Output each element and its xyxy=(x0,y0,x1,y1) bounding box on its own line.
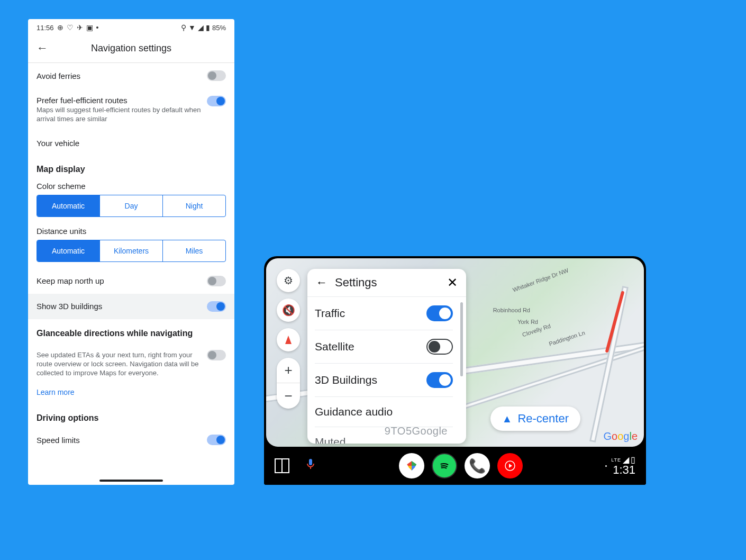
watermark-text: 9TO5Google xyxy=(385,425,448,437)
learn-more-link[interactable]: Learn more xyxy=(28,385,234,404)
glanceable-header: Glanceable directions while navigating xyxy=(28,319,234,342)
distance-units-label: Distance units xyxy=(28,223,234,240)
fuel-sub: Maps will suggest fuel-efficient routes … xyxy=(37,106,207,124)
phone-app-button[interactable]: 📞 xyxy=(465,453,490,478)
map-display-header: Map display xyxy=(28,155,234,178)
google-logo: Google xyxy=(603,430,638,442)
show-3d-label: Show 3D buildings xyxy=(37,302,102,311)
recenter-button[interactable]: ▲ Re-center xyxy=(490,407,580,431)
road-label: Paddington Ln xyxy=(548,329,586,347)
map-canvas[interactable]: Robinhood Rd York Rd Clovelly Rd Whitake… xyxy=(266,258,644,447)
wifi-icon: ▼ xyxy=(188,23,196,32)
status-time: 11:56 xyxy=(37,24,54,32)
road-label: Whitaker Ridge Dr NW xyxy=(512,267,569,293)
glanceable-row[interactable]: See updated ETAs & your next turn, right… xyxy=(28,342,234,385)
guidance-audio-label: Guidance audio xyxy=(315,405,393,418)
panel-header: ← Settings ✕ xyxy=(307,269,466,297)
phone-header: ← Navigation settings xyxy=(28,34,234,63)
settings-list: Avoid ferries Prefer fuel-efficient rout… xyxy=(28,63,234,485)
phone-screenshot: 11:56 ⊕ ♡ ✈ ▣ • ⚲ ▼ ◢ ▮ 85% ← Navigation… xyxy=(28,19,234,485)
signal-icon: ◢ xyxy=(198,23,204,32)
location-icon: ⚲ xyxy=(181,23,186,32)
home-indicator[interactable] xyxy=(99,480,163,482)
spotify-icon xyxy=(438,459,451,473)
youtube-music-button[interactable] xyxy=(497,453,523,478)
traffic-row[interactable]: Traffic xyxy=(315,297,453,330)
close-icon[interactable]: ✕ xyxy=(447,275,458,290)
settings-gear-button[interactable]: ⚙ xyxy=(277,269,300,292)
page-title: Navigation settings xyxy=(48,43,214,54)
show-3d-toggle[interactable] xyxy=(207,301,226,312)
color-scheme-segmented: Automatic Day Night xyxy=(37,195,226,217)
android-auto-screenshot: Robinhood Rd York Rd Clovelly Rd Whitake… xyxy=(264,256,646,485)
back-arrow-icon[interactable]: ← xyxy=(37,41,48,55)
3d-buildings-label: 3D Buildings xyxy=(315,374,377,386)
message-icon: ▣ xyxy=(86,23,93,32)
traffic-toggle[interactable] xyxy=(426,305,453,321)
mute-button[interactable]: 🔇 xyxy=(277,299,300,322)
nav-arrow-icon: ▲ xyxy=(502,413,513,425)
glanceable-toggle[interactable] xyxy=(207,350,226,360)
satellite-label: Satellite xyxy=(315,340,354,353)
layout-button[interactable] xyxy=(275,458,289,473)
speed-limits-label: Speed limits xyxy=(37,436,80,445)
units-miles-button[interactable]: Miles xyxy=(163,240,225,261)
bar-time: 1:31 xyxy=(613,464,635,476)
gear-icon: ⚙ xyxy=(284,274,293,287)
avoid-ferries-toggle[interactable] xyxy=(207,70,226,81)
scrollbar[interactable] xyxy=(460,302,463,376)
panel-back-icon[interactable]: ← xyxy=(316,276,327,290)
telegram-icon: ✈ xyxy=(77,23,83,32)
color-scheme-label: Color scheme xyxy=(28,178,234,195)
assistant-mic-button[interactable] xyxy=(304,458,317,474)
color-automatic-button[interactable]: Automatic xyxy=(37,195,100,216)
status-bar: 11:56 ⊕ ♡ ✈ ▣ • ⚲ ▼ ◢ ▮ 85% xyxy=(28,19,234,34)
side-controls: ⚙ 🔇 + − xyxy=(277,269,300,409)
color-night-button[interactable]: Night xyxy=(163,195,225,216)
compass-button[interactable] xyxy=(277,328,300,351)
your-vehicle-row[interactable]: Your vehicle xyxy=(28,131,234,155)
signal-lte: LTE xyxy=(611,458,621,463)
satellite-row[interactable]: Satellite xyxy=(315,330,453,364)
speed-limits-row[interactable]: Speed limits xyxy=(28,427,234,453)
spotify-app-button[interactable] xyxy=(432,453,457,478)
units-km-button[interactable]: Kilometers xyxy=(100,240,163,261)
north-up-toggle[interactable] xyxy=(207,276,226,286)
zoom-out-button[interactable]: − xyxy=(277,383,300,409)
satellite-toggle[interactable] xyxy=(426,339,453,355)
recenter-label: Re-center xyxy=(517,412,569,426)
show-3d-row[interactable]: Show 3D buildings xyxy=(28,294,234,319)
fuel-toggle[interactable] xyxy=(207,96,226,106)
maps-icon xyxy=(407,461,416,471)
maps-app-button[interactable] xyxy=(399,453,424,478)
guidance-audio-row[interactable]: Guidance audio xyxy=(315,397,453,427)
driving-options-header: Driving options xyxy=(28,404,234,427)
ytm-icon xyxy=(504,459,516,472)
traffic-label: Traffic xyxy=(315,307,345,320)
avoid-ferries-row[interactable]: Avoid ferries xyxy=(28,63,234,88)
fuel-efficient-row[interactable]: Prefer fuel-efficient routes Maps will s… xyxy=(28,88,234,131)
road-label: Robinhood Rd xyxy=(493,307,530,313)
north-up-label: Keep map north up xyxy=(37,276,104,285)
3d-buildings-row[interactable]: 3D Buildings xyxy=(315,364,453,397)
zoom-in-button[interactable]: + xyxy=(277,358,300,383)
units-automatic-button[interactable]: Automatic xyxy=(37,240,100,261)
color-day-button[interactable]: Day xyxy=(100,195,163,216)
battery-percent: 85% xyxy=(212,24,226,32)
notification-dot: • xyxy=(605,463,607,469)
speed-limits-toggle[interactable] xyxy=(207,435,226,445)
3d-buildings-toggle[interactable] xyxy=(426,372,453,388)
road-label: York Rd xyxy=(517,319,538,325)
phone-icon: 📞 xyxy=(469,458,486,474)
zoom-control: + − xyxy=(277,358,300,409)
vehicle-label: Your vehicle xyxy=(37,139,79,148)
bottom-bar: 📞 • LTE ◢ ▯ 1:31 xyxy=(264,447,646,485)
compass-icon xyxy=(285,336,292,344)
avoid-ferries-label: Avoid ferries xyxy=(37,71,80,80)
panel-title: Settings xyxy=(335,276,440,290)
keep-north-up-row[interactable]: Keep map north up xyxy=(28,268,234,294)
dot-icon: • xyxy=(96,23,99,32)
status-icon-1: ⊕ xyxy=(57,23,63,32)
battery-icon: ▮ xyxy=(206,23,210,32)
fuel-label: Prefer fuel-efficient routes xyxy=(37,96,207,105)
